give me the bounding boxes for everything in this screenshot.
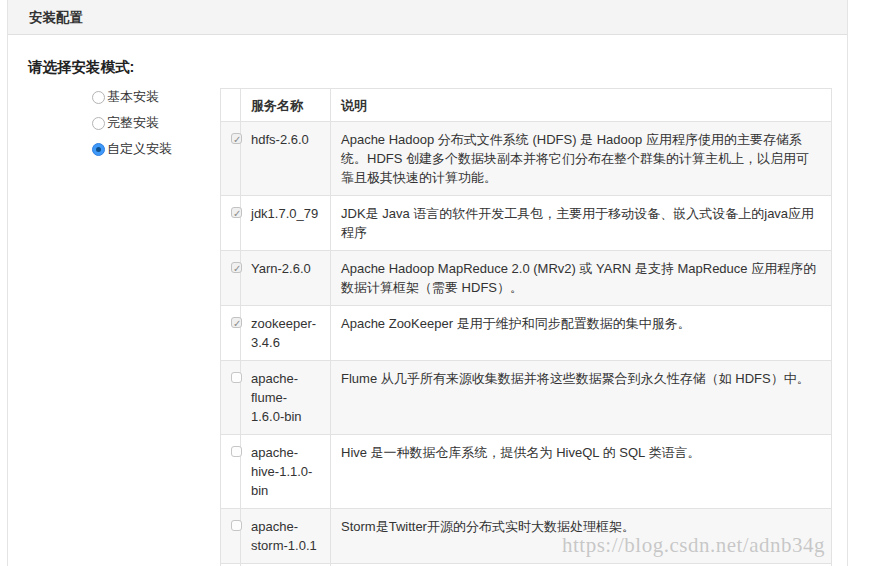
service-desc: Apache Hadoop MapReduce 2.0 (MRv2) 或 YAR… [331,251,832,306]
service-checkbox[interactable] [231,372,242,383]
service-checkbox[interactable] [231,520,242,531]
install-mode-section: 请选择安装模式: 基本安装 完整安装 自定义安装 [28,58,172,162]
service-desc: Storm是Twitter开源的分布式实时大数据处理框架。 [331,509,832,564]
service-checkbox[interactable] [231,262,242,273]
install-mode-option[interactable]: 基本安装 [92,84,172,110]
service-name: zookeeper-3.4.6 [241,306,331,361]
install-mode-option[interactable]: 自定义安装 [92,136,172,162]
service-name: hdfs-2.6.0 [241,122,331,196]
services-table-header-row: 服务名称 说明 [221,89,832,122]
panel-title: 安装配置 [8,0,847,35]
service-desc-column-header: 说明 [331,89,832,122]
service-table-row: apache-hive-1.1.0-bin Hive 是一种数据仓库系统，提供名… [221,435,832,509]
service-name-column-header: 服务名称 [241,89,331,122]
install-mode-label: 请选择安装模式: [28,58,172,77]
service-desc: Flume 从几乎所有来源收集数据并将这些数据聚合到永久性存储（如 HDFS）中… [331,361,832,435]
service-table-row: zookeeper-3.4.6 Apache ZooKeeper 是用于维护和同… [221,306,832,361]
service-desc: Apache ZooKeeper 是用于维护和同步配置数据的集中服务。 [331,306,832,361]
radio-button-icon[interactable] [92,117,105,130]
services-table: 服务名称 说明 hdfs-2.6.0 Apache Hadoop 分布式文件系统… [220,88,832,566]
install-mode-option[interactable]: 完整安装 [92,110,172,136]
service-name: Yarn-2.6.0 [241,251,331,306]
radio-label[interactable]: 自定义安装 [107,140,172,158]
service-table-row: apache-flume-1.6.0-bin Flume 从几乎所有来源收集数据… [221,361,832,435]
radio-label[interactable]: 基本安装 [107,88,159,106]
service-name: apache-hive-1.1.0-bin [241,435,331,509]
radio-label[interactable]: 完整安装 [107,114,159,132]
service-checkbox[interactable] [231,133,242,144]
checkbox-column-header [221,89,241,122]
service-table-row: Yarn-2.6.0 Apache Hadoop MapReduce 2.0 (… [221,251,832,306]
radio-button-icon[interactable] [92,91,105,104]
service-name: apache-flume-1.6.0-bin [241,361,331,435]
service-table-row: apache-storm-1.0.1 Storm是Twitter开源的分布式实时… [221,509,832,564]
service-table-row: jdk1.7.0_79 JDK是 Java 语言的软件开发工具包，主要用于移动设… [221,196,832,251]
service-checkbox[interactable] [231,207,242,218]
service-checkbox[interactable] [231,446,242,457]
service-desc: JDK是 Java 语言的软件开发工具包，主要用于移动设备、嵌入式设备上的jav… [331,196,832,251]
radio-button-icon[interactable] [92,143,105,156]
service-table-row: hdfs-2.6.0 Apache Hadoop 分布式文件系统 (HDFS) … [221,122,832,196]
service-checkbox[interactable] [231,317,242,328]
install-mode-radio-group: 基本安装 完整安装 自定义安装 [92,84,172,162]
service-desc: Apache Hadoop 分布式文件系统 (HDFS) 是 Hadoop 应用… [331,122,832,196]
service-name: apache-storm-1.0.1 [241,509,331,564]
service-name: jdk1.7.0_79 [241,196,331,251]
service-desc: Hive 是一种数据仓库系统，提供名为 HiveQL 的 SQL 类语言。 [331,435,832,509]
